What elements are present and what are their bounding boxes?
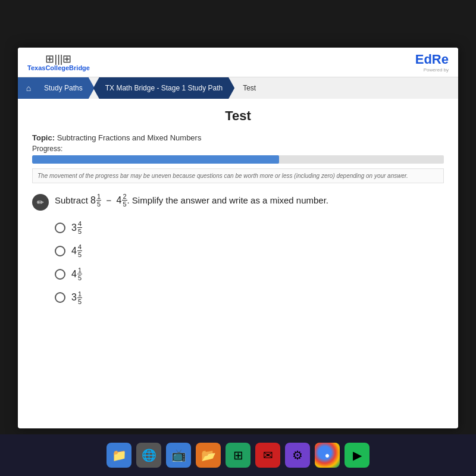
- answer-option-3[interactable]: 415: [55, 267, 444, 281]
- logo-icon: ⊞|||⊞: [45, 54, 71, 64]
- top-bezel: [0, 0, 476, 48]
- radio-2[interactable]: [55, 246, 65, 256]
- op2-whole: 4: [117, 193, 122, 208]
- a4-num: 1: [77, 290, 82, 298]
- op2-den: 5: [122, 201, 127, 208]
- home-breadcrumb[interactable]: ⌂: [18, 77, 39, 99]
- operand1: 815: [90, 193, 101, 208]
- a3-num: 1: [77, 267, 82, 274]
- progress-bar-container: [32, 155, 444, 164]
- radio-1[interactable]: [55, 223, 65, 233]
- operand2: 425: [117, 193, 127, 208]
- a1-frac: 45: [77, 220, 82, 235]
- breadcrumb: ⌂ Study Paths TX Math Bridge - Stage 1 S…: [18, 77, 458, 99]
- a2-whole: 4: [71, 246, 77, 256]
- a4-den: 5: [77, 298, 82, 305]
- pencil-icon: ✏: [37, 198, 44, 207]
- powered-by-text: Powered by: [415, 67, 449, 73]
- main-content: Test Topic: Subtracting Fractions and Mi…: [18, 99, 458, 315]
- topic-label: Topic:: [32, 133, 55, 142]
- a3-whole: 4: [71, 269, 77, 280]
- edre-logo: EdRe: [415, 52, 449, 67]
- a1-num: 4: [77, 220, 82, 228]
- chrome-icon[interactable]: ●: [315, 443, 340, 468]
- a1-whole: 3: [71, 223, 77, 233]
- answer-mixed-1: 345: [71, 220, 82, 235]
- question-text: Subtract 815 − 425 . Simplify the answer…: [55, 193, 328, 208]
- answer-options: 345 445 415: [55, 220, 444, 305]
- bridge-label: Bridge: [69, 64, 90, 71]
- files-icon[interactable]: 📁: [107, 443, 131, 468]
- radio-4[interactable]: [55, 292, 65, 303]
- college-label: College: [45, 64, 69, 71]
- answer-mixed-3: 415: [71, 267, 82, 281]
- logo-text: TexasCollegeBridge: [27, 64, 90, 71]
- texas-label: Texas: [27, 64, 45, 71]
- progress-bar-fill: [32, 155, 279, 164]
- answer-option-1[interactable]: 345: [55, 220, 444, 235]
- a4-whole: 3: [71, 292, 77, 303]
- answer-text-1: 345: [71, 220, 82, 235]
- op1-frac: 15: [96, 193, 101, 208]
- app-header: ⊞|||⊞ TexasCollegeBridge EdRe Powered by: [18, 48, 458, 77]
- a2-num: 4: [77, 243, 82, 251]
- tx-math-label: TX Math Bridge - Stage 1 Study Path: [105, 84, 223, 92]
- topic-value: Subtracting Fractions and Mixed Numbers: [57, 133, 202, 142]
- a3-den: 5: [77, 274, 82, 281]
- answer-option-4[interactable]: 315: [55, 290, 444, 305]
- radio-3[interactable]: [55, 269, 65, 280]
- apps-icon[interactable]: ⊞: [226, 443, 250, 468]
- a3-frac: 15: [77, 267, 82, 281]
- a4-frac: 15: [77, 290, 82, 305]
- a2-frac: 45: [77, 243, 82, 258]
- home-icon: ⌂: [26, 83, 31, 93]
- test-label: Test: [243, 84, 256, 92]
- edre-area: EdRe Powered by: [415, 52, 449, 73]
- op1-den: 5: [96, 201, 101, 208]
- progress-label: Progress:: [32, 145, 444, 153]
- op2-frac: 25: [122, 193, 127, 208]
- progress-note: The movement of the progress bar may be …: [32, 168, 444, 183]
- folder-icon[interactable]: 📂: [196, 443, 221, 468]
- answer-text-4: 315: [71, 290, 82, 305]
- topic-line: Topic: Subtracting Fractions and Mixed N…: [32, 133, 444, 142]
- video-icon[interactable]: 📺: [166, 443, 191, 468]
- study-paths-label: Study Paths: [44, 84, 83, 92]
- study-paths-breadcrumb[interactable]: Study Paths: [39, 77, 95, 99]
- op1-whole: 8: [90, 193, 96, 208]
- a1-den: 5: [77, 228, 82, 235]
- question-block: ✏ Subtract 815 − 425 . Simplify the answ…: [32, 193, 444, 211]
- question-icon: ✏: [32, 194, 49, 211]
- op1-num: 1: [96, 193, 101, 201]
- logo-area: ⊞|||⊞ TexasCollegeBridge: [27, 54, 90, 71]
- tx-math-breadcrumb[interactable]: TX Math Bridge - Stage 1 Study Path: [93, 77, 234, 99]
- taskbar: 📁 🌐 📺 📂 ⊞ ✉ ⚙ ● ▶: [0, 434, 476, 476]
- screen: ⊞|||⊞ TexasCollegeBridge EdRe Powered by…: [18, 48, 458, 428]
- mail-icon[interactable]: ✉: [255, 443, 280, 468]
- a2-den: 5: [77, 251, 82, 258]
- answer-mixed-2: 445: [71, 243, 82, 258]
- browser-icon[interactable]: 🌐: [136, 443, 161, 468]
- answer-text-3: 415: [71, 267, 82, 281]
- answer-text-2: 445: [71, 243, 82, 258]
- op2-num: 2: [122, 193, 127, 201]
- settings-icon[interactable]: ⚙: [285, 443, 310, 468]
- play-icon[interactable]: ▶: [345, 443, 369, 468]
- answer-option-2[interactable]: 445: [55, 243, 444, 258]
- test-breadcrumb[interactable]: Test: [233, 77, 263, 99]
- answer-mixed-4: 315: [71, 290, 82, 305]
- page-title: Test: [32, 108, 444, 124]
